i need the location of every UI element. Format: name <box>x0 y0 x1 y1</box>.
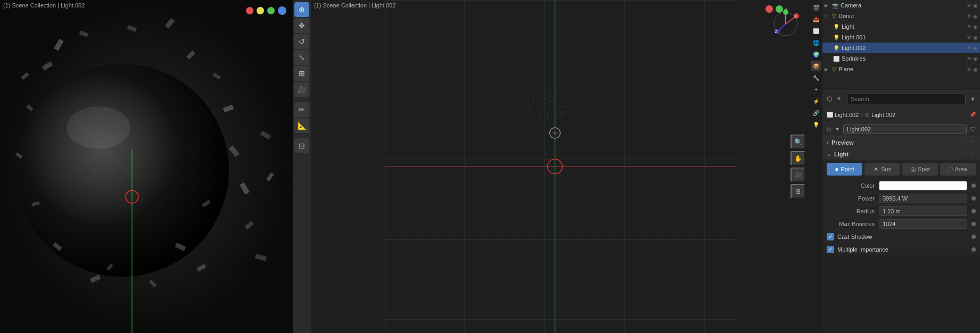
gizmo-yellow[interactable] <box>257 7 264 14</box>
radius-field[interactable]: 1.23 m <box>879 206 967 216</box>
area-icon: □ <box>949 165 952 173</box>
shield-icon: 🛡 <box>970 126 976 132</box>
rotate-tool[interactable]: ↺ <box>294 34 309 49</box>
plane-render-icon[interactable]: ◉ <box>973 66 978 72</box>
multiple-importance-label: Multiple Importance <box>837 246 968 253</box>
plane-eye-icon[interactable]: 👁 <box>967 66 972 72</box>
max-bounces-dot[interactable] <box>971 222 976 226</box>
outliner-item-camera[interactable]: ▶ 📷 Camera 👁 ◉ <box>822 0 980 11</box>
gizmo-blue[interactable] <box>278 6 286 15</box>
particles-properties-icon[interactable]: ✦ <box>811 84 821 95</box>
color-field[interactable] <box>879 181 967 190</box>
move-tool[interactable]: ✥ <box>294 18 309 33</box>
measure-tool[interactable]: 📐 <box>294 118 309 133</box>
light001-eye-icon[interactable]: 👁 <box>967 35 972 40</box>
outliner-item-plane[interactable]: ▶ ▽ Plane 👁 ◉ <box>822 64 980 74</box>
preview-arrow-icon: › <box>827 140 828 145</box>
outliner-item-light002[interactable]: 💡 Light.002 👁 ◉ <box>822 43 980 53</box>
svg-text:Z: Z <box>775 30 778 34</box>
multiple-importance-dot[interactable] <box>971 247 976 252</box>
camera-eye-icon[interactable]: 👁 <box>967 3 972 9</box>
outliner-item-sprinkles[interactable]: ⬜ Sprinkles 👁 ◉ <box>822 53 980 64</box>
cursor-tool[interactable]: ⊕ <box>294 2 309 17</box>
vp-grid[interactable]: ⊞ <box>790 184 805 199</box>
render-canvas <box>0 0 293 333</box>
max-bounces-value: 1024 <box>883 221 895 227</box>
object-properties-icon[interactable]: 📦 <box>811 61 821 71</box>
light-type-area[interactable]: □ Area <box>940 163 976 176</box>
gizmo-green[interactable] <box>267 7 275 14</box>
vp-zoom-in[interactable]: 🔍 <box>790 135 805 149</box>
cast-shadow-dot[interactable] <box>971 235 976 239</box>
light-type-point[interactable]: ● Point <box>827 163 862 176</box>
light-name-input[interactable] <box>843 124 967 134</box>
svg-point-67 <box>540 92 541 94</box>
viewport-panel[interactable]: (1) Scene Collection | Light.002 <box>311 0 810 333</box>
spot-icon: ◎ <box>910 165 916 173</box>
power-value: 3995.4 W <box>883 195 908 202</box>
light001-render-icon[interactable]: ◉ <box>973 35 978 40</box>
transform-tool[interactable]: ⊞ <box>294 66 309 81</box>
light-section-header[interactable]: ⌄ Light ⋮⋮ <box>822 148 980 160</box>
svg-point-61 <box>547 119 549 120</box>
sprinkles-render-icon[interactable]: ◉ <box>973 56 978 62</box>
radius-dot[interactable] <box>971 209 976 213</box>
data-properties-icon[interactable]: 💡 <box>811 119 821 130</box>
max-bounces-field[interactable]: 1024 <box>879 219 967 229</box>
light-type-spot[interactable]: ◎ Spot <box>902 163 938 176</box>
outliner-item-light[interactable]: 💡 Light 👁 ◉ <box>822 21 980 32</box>
max-bounces-row: Max Bounces 1024 <box>822 217 980 230</box>
donut-eye-icon[interactable]: 👁 <box>967 13 972 19</box>
vp-hand[interactable]: ✋ <box>790 151 805 166</box>
camera-tool[interactable]: 🎥 <box>294 82 309 97</box>
svg-point-46 <box>557 104 558 106</box>
breadcrumb-separator: › <box>861 112 863 118</box>
view-layer-icon[interactable]: ⬜ <box>811 26 821 36</box>
svg-point-36 <box>543 103 545 105</box>
modifier-properties-icon[interactable]: 🔧 <box>811 72 821 83</box>
power-row: Power 3995.4 W <box>822 192 980 204</box>
breadcrumb-object[interactable]: ⬜ Light.002 <box>827 112 859 118</box>
light-eye-icon[interactable]: 👁 <box>967 24 972 30</box>
scale-tool[interactable]: ⤡ <box>294 50 309 65</box>
render-panel-header: (1) Scene Collection | Light.002 <box>3 2 85 9</box>
light-render-icon[interactable]: ◉ <box>973 24 978 30</box>
outliner-item-light001[interactable]: 💡 Light.001 👁 ◉ <box>822 32 980 43</box>
add-tool[interactable]: ⊡ <box>294 138 309 153</box>
output-properties-icon[interactable]: 📤 <box>811 14 821 24</box>
svg-point-59 <box>561 112 563 114</box>
sprinkles-eye-icon[interactable]: 👁 <box>967 56 972 62</box>
scene-properties-icon[interactable]: 🌐 <box>811 37 821 48</box>
multiple-importance-checkbox[interactable]: ✓ <box>827 246 834 253</box>
svg-point-51 <box>530 109 532 110</box>
properties-search-input[interactable] <box>847 94 966 104</box>
light002-eye-icon[interactable]: 👁 <box>967 45 972 51</box>
render-properties-icon[interactable]: 🎬 <box>811 2 821 13</box>
viewport-axis[interactable]: X Y Z <box>770 8 802 40</box>
preview-section-header[interactable]: › Preview ⋮⋮ <box>822 136 980 148</box>
light-section-label: Light <box>834 151 849 157</box>
pin-icon[interactable]: 📌 <box>969 112 976 118</box>
annotate-tool[interactable]: ✏ <box>294 102 309 117</box>
donut-arrow: ▽ <box>825 14 830 19</box>
svg-point-45 <box>551 101 553 102</box>
world-properties-icon[interactable]: 🌍 <box>811 49 821 60</box>
donut-render-icon[interactable]: ◉ <box>973 13 978 19</box>
camera-render-icon[interactable]: ◉ <box>973 3 978 9</box>
breadcrumb-data[interactable]: ◎ Light.002 <box>865 112 895 118</box>
viewport-canvas[interactable]: X Y Z 🔍 ✋ 🎥 ⊞ <box>311 0 810 333</box>
outliner-item-donut[interactable]: ▽ ▽ Donut 👁 ◉ <box>822 11 980 21</box>
physics-properties-icon[interactable]: ⚡ <box>811 96 821 106</box>
light002-render-icon[interactable]: ◉ <box>973 45 978 51</box>
light-type-sun[interactable]: ☀ Sun <box>864 163 900 176</box>
plane-visibility-icons: 👁 ◉ <box>967 66 978 72</box>
gizmo-red[interactable] <box>246 7 253 14</box>
vp-camera[interactable]: 🎥 <box>790 168 805 182</box>
power-dot[interactable] <box>971 196 976 201</box>
cast-shadow-checkbox[interactable]: ✓ <box>827 233 834 240</box>
sprinkles-name: Sprinkles <box>842 55 965 62</box>
power-field[interactable]: 3995.4 W <box>879 194 967 203</box>
color-dot[interactable] <box>971 184 976 188</box>
constraints-icon[interactable]: 🔗 <box>811 107 821 118</box>
left-toolbar: ⊕ ✥ ↺ ⤡ ⊞ 🎥 ✏ 📐 ⊡ <box>293 0 311 333</box>
